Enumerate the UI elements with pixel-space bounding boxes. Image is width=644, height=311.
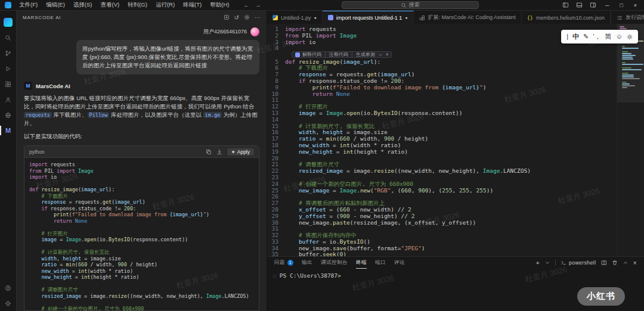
tab-import-requests[interactable]: import requests Untitled-1 1 ● [323, 11, 414, 24]
panel-tab-ports[interactable]: 端口 [375, 257, 386, 269]
panel-tab-comments[interactable]: 评论 [394, 257, 405, 269]
split-terminal-icon[interactable] [601, 260, 607, 266]
tab-untitled-py[interactable]: Untitled-1.py ● [267, 11, 323, 24]
app-window: 文件(F) 编辑(E) 选择(S) 查看(V) 转到(G) 运行(R) 终端(T… [0, 0, 644, 311]
extension-file-icon [419, 15, 425, 21]
remote-explorer-icon[interactable] [0, 107, 17, 123]
codelens-explain-link[interactable]: 解释代码 [302, 51, 321, 58]
window-minimize-button[interactable]: ─ [600, 2, 614, 8]
assistant-name: MarsCode AI [36, 83, 70, 89]
codelens-unittest-link[interactable]: 生成单测 [356, 51, 375, 58]
run-debug-icon[interactable] [0, 61, 17, 76]
app-logo-icon [5, 2, 11, 8]
terminal-prompt: PS C:\Users\38787> [280, 272, 341, 279]
command-decoration-icon: ○ [273, 272, 276, 279]
new-chat-icon[interactable] [224, 14, 230, 20]
menu-help[interactable]: 帮助(H) [206, 1, 233, 10]
user-name: 用户42665461076 [203, 28, 247, 36]
json-file-icon: {} [527, 15, 533, 21]
ime-simplified-toggle[interactable]: 简 [605, 33, 612, 40]
tab-release-notes[interactable]: 发行说明: 1.97.0 [611, 11, 644, 24]
ime-language-toggle[interactable]: 中 [572, 33, 579, 40]
marscode-mini-icon [295, 52, 300, 57]
ime-toolbar[interactable]: | 中 ✎ ’， 简 ☺ [561, 30, 638, 43]
window-maximize-button[interactable]: □ [615, 2, 627, 8]
panel-tab-terminal[interactable]: 终端 [356, 257, 367, 269]
codelens-chevron-down-icon[interactable] [377, 52, 383, 58]
code-language-label: python [29, 149, 45, 155]
menu-go[interactable]: 转到(G) [124, 1, 151, 10]
toggle-sidebar-left-icon[interactable] [559, 2, 572, 8]
editor-code-main[interactable]: 5def resize_image(image_url):6 # 下载图片7 r… [267, 58, 617, 256]
global-search-input[interactable]: 搜索 [342, 1, 479, 9]
extensions-icon[interactable] [0, 76, 17, 92]
product-logo-icon[interactable] [0, 14, 17, 30]
chat-code[interactable]: import requestsfrom PIL import Imageimpo… [24, 158, 259, 310]
chat-panel-title: MARSCODE AI [23, 15, 61, 20]
code-editor[interactable]: 1import requests2from PIL import Image3i… [267, 24, 644, 256]
editor-tab-bar: Untitled-1.py ● import requests Untitled… [267, 11, 644, 24]
codelens-comment-link[interactable]: 注释代码 [329, 51, 348, 58]
panel-tab-problems[interactable]: 问题 1 [274, 257, 293, 269]
marscode-codelens: 解释代码 | 注释代码 | 生成单测 × [292, 51, 392, 58]
menu-run[interactable]: 运行(R) [152, 1, 178, 10]
assistant-header: M MarsCode AI [17, 74, 267, 90]
code-block-header: python ✦ Apply [24, 146, 259, 158]
user-avatar [250, 27, 259, 36]
search-activity-icon[interactable] [0, 30, 17, 45]
nav-forward-icon[interactable]: → [255, 2, 261, 8]
editor-group: Untitled-1.py ● import requests Untitled… [267, 11, 644, 311]
new-terminal-button[interactable]: + [536, 260, 540, 266]
chat-settings-icon[interactable] [244, 14, 250, 20]
apply-button[interactable]: ✦ Apply [227, 148, 254, 156]
toggle-panel-icon[interactable] [573, 2, 586, 8]
minimap[interactable] [617, 24, 644, 256]
window-close-button[interactable]: × [629, 2, 642, 8]
ime-cursor-icon: | [566, 33, 568, 40]
terminal-shell-item[interactable]: powershell [561, 260, 596, 266]
menu-view[interactable]: 查看(V) [97, 1, 123, 10]
ime-handwriting-icon[interactable]: ✎ [583, 33, 589, 40]
settings-gear-icon[interactable] [0, 296, 17, 311]
assistant-message-text: 要实现将输入的图像 URL 链接对应的图片尺寸调整为宽度 660px、高度 90… [17, 90, 267, 127]
titlebar: 文件(F) 编辑(E) 选择(S) 查看(V) 转到(G) 运行(R) 终端(T… [0, 0, 644, 11]
terminal-profile-chevron-icon[interactable] [544, 260, 550, 266]
release-notes-icon [617, 15, 623, 21]
xiaohongshu-watermark: 小红书 [577, 287, 625, 306]
modified-dot-icon: ● [314, 15, 317, 20]
menu-bar: 文件(F) 编辑(E) 选择(S) 查看(V) 转到(G) 运行(R) 终端(T… [16, 1, 233, 10]
close-panel-icon[interactable]: × [633, 260, 637, 266]
search-icon [401, 2, 407, 8]
maximize-panel-icon[interactable] [623, 260, 628, 266]
tab-extension-marscode[interactable]: 扩展: MarsCode AI: Coding Assistant [414, 11, 522, 24]
panel-tab-debug-console[interactable]: 调试控制台 [321, 257, 348, 269]
marscode-activity-icon[interactable]: M [0, 123, 17, 138]
toggle-sidebar-right-icon[interactable] [587, 2, 599, 8]
copy-code-icon[interactable] [206, 149, 212, 155]
chat-more-icon[interactable]: ··· [255, 14, 261, 21]
insert-code-icon[interactable] [216, 149, 222, 155]
menu-file[interactable]: 文件(F) [16, 1, 41, 10]
ime-settings-icon[interactable] [627, 34, 633, 40]
python-file-icon [273, 15, 278, 20]
tab-members-json[interactable]: {} members.helium10.com.json [522, 11, 611, 24]
panel-tab-output[interactable]: 输出 [302, 257, 312, 269]
activity-bar: M [0, 11, 17, 311]
nav-back-icon[interactable]: ← [243, 2, 249, 8]
user-message-bubble: 用python编写程序，将输入图像url链接，将所有图片的尺寸调整为宽度 (px… [76, 40, 259, 74]
ime-emoji-icon[interactable]: ☺ [616, 33, 623, 40]
codelens-close-icon[interactable]: × [386, 52, 389, 57]
kill-terminal-icon[interactable] [612, 260, 618, 266]
accounts-icon[interactable] [0, 92, 17, 107]
sparkle-icon: ✦ [231, 149, 236, 155]
menu-edit[interactable]: 编辑(E) [42, 1, 69, 10]
user-message-header: 用户42665461076 [17, 24, 267, 36]
menu-terminal[interactable]: 终端(T) [179, 1, 205, 10]
chat-history-icon[interactable]: ↺ [234, 14, 239, 21]
menu-selection[interactable]: 选择(S) [70, 1, 96, 10]
account-profile-icon[interactable] [0, 280, 17, 296]
source-control-icon[interactable] [0, 45, 17, 61]
search-placeholder: 搜索 [409, 1, 420, 9]
panel-tab-bar: 问题 1 输出 调试控制台 终端 端口 评论 + powershell [267, 257, 644, 269]
ime-punctuation-toggle[interactable]: ’， [593, 33, 600, 40]
